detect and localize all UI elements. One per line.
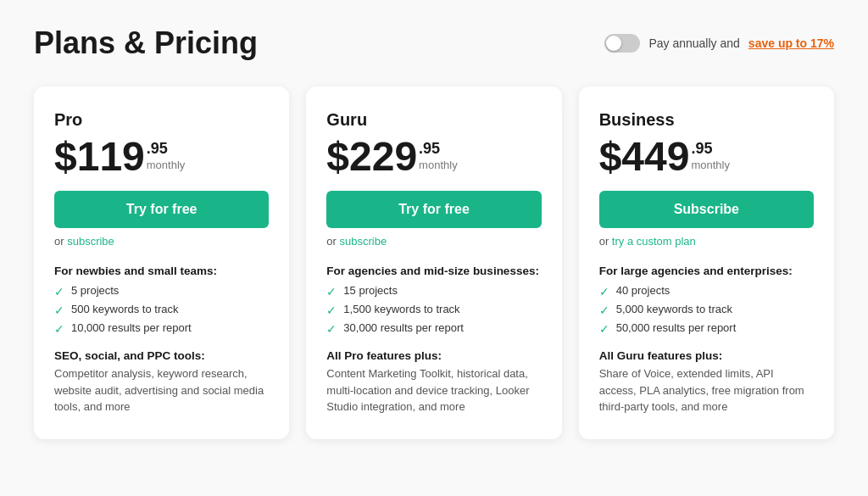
check-icon: ✓ <box>54 322 64 336</box>
check-icon: ✓ <box>326 322 337 336</box>
plan-name-guru: Guru <box>326 110 541 130</box>
feature-item: ✓ 10,000 results per report <box>54 321 269 336</box>
billing-toggle[interactable] <box>604 34 640 53</box>
feature-text: 15 projects <box>343 284 398 297</box>
plan-card-guru: Guru $229 .95 monthly Try for free or su… <box>306 86 561 439</box>
feature-text: 40 projects <box>616 284 670 297</box>
feature-text: 50,000 results per report <box>616 321 737 334</box>
check-icon: ✓ <box>599 285 609 298</box>
tools-label-business: All Guru features plus: <box>599 349 814 362</box>
tools-desc-business: Share of Voice, extended limits, API acc… <box>599 365 814 415</box>
price-cents-business: .95 <box>691 140 730 159</box>
cta-button-business[interactable]: Subscribe <box>599 191 814 228</box>
feature-text: 5,000 keywords to track <box>616 303 732 315</box>
tools-section-guru: All Pro features plus: Content Marketing… <box>326 349 541 415</box>
subscribe-link-area-guru: or subscribe <box>326 235 541 248</box>
feature-text: 500 keywords to track <box>71 303 178 315</box>
check-icon: ✓ <box>326 285 337 298</box>
subscribe-link-area-business: or try a custom plan <box>599 235 814 248</box>
features-label-pro: For newbies and small teams: <box>54 265 269 277</box>
billing-toggle-area: Pay annually and save up to 17% <box>604 34 834 53</box>
subscribe-link-area-pro: or subscribe <box>54 235 269 248</box>
feature-text: 30,000 results per report <box>343 321 464 334</box>
billing-toggle-label: Pay annually and <box>648 36 739 50</box>
feature-item: ✓ 1,500 keywords to track <box>326 303 541 317</box>
feature-item: ✓ 30,000 results per report <box>326 321 541 336</box>
subscribe-link-guru[interactable]: subscribe <box>340 235 387 248</box>
price-row-business: $449 .95 monthly <box>599 137 814 177</box>
price-cents-block-business: .95 monthly <box>691 137 730 171</box>
tools-section-business: All Guru features plus: Share of Voice, … <box>599 349 814 415</box>
check-icon: ✓ <box>599 304 609 317</box>
page-title: Plans & Pricing <box>34 25 258 61</box>
subscribe-link-pro[interactable]: subscribe <box>67 235 114 248</box>
save-text: save up to 17% <box>748 36 834 50</box>
price-main-guru: $229 <box>326 137 417 177</box>
page-header: Plans & Pricing Pay annually and save up… <box>34 25 834 61</box>
features-label-guru: For agencies and mid-size businesses: <box>326 265 541 277</box>
price-cents-block-guru: .95 monthly <box>419 137 458 171</box>
price-main-pro: $119 <box>54 137 145 177</box>
tools-desc-pro: Competitor analysis, keyword research, w… <box>54 365 269 415</box>
feature-item: ✓ 500 keywords to track <box>54 303 269 317</box>
toggle-knob <box>606 36 621 51</box>
feature-item: ✓ 40 projects <box>599 284 814 298</box>
features-section-guru: For agencies and mid-size businesses: ✓ … <box>326 265 541 336</box>
plans-grid: Pro $119 .95 monthly Try for free or sub… <box>34 86 834 439</box>
plan-name-business: Business <box>599 110 814 130</box>
feature-text: 5 projects <box>71 284 119 297</box>
check-icon: ✓ <box>326 304 337 317</box>
price-period-guru: monthly <box>419 159 458 172</box>
check-icon: ✓ <box>599 322 609 336</box>
features-section-pro: For newbies and small teams: ✓ 5 project… <box>54 265 269 336</box>
check-icon: ✓ <box>54 304 64 317</box>
tools-desc-guru: Content Marketing Toolkit, historical da… <box>326 365 541 415</box>
price-period-business: monthly <box>691 159 730 172</box>
plan-card-pro: Pro $119 .95 monthly Try for free or sub… <box>34 86 289 439</box>
feature-item: ✓ 5,000 keywords to track <box>599 303 814 317</box>
price-main-business: $449 <box>599 137 690 177</box>
price-cents-block-pro: .95 monthly <box>147 137 186 171</box>
cta-button-pro[interactable]: Try for free <box>54 191 269 228</box>
features-section-business: For large agencies and enterprises: ✓ 40… <box>599 265 814 336</box>
feature-item: ✓ 15 projects <box>326 284 541 298</box>
plan-name-pro: Pro <box>54 110 269 130</box>
price-cents-pro: .95 <box>147 140 186 159</box>
price-row-guru: $229 .95 monthly <box>326 137 541 177</box>
price-cents-guru: .95 <box>419 140 458 159</box>
subscribe-link-business[interactable]: try a custom plan <box>612 235 696 248</box>
feature-item: ✓ 5 projects <box>54 284 269 298</box>
tools-label-guru: All Pro features plus: <box>326 349 541 362</box>
tools-label-pro: SEO, social, and PPC tools: <box>54 349 269 362</box>
price-row-pro: $119 .95 monthly <box>54 137 269 177</box>
plan-card-business: Business $449 .95 monthly Subscribe or t… <box>579 86 834 439</box>
cta-button-guru[interactable]: Try for free <box>326 191 541 228</box>
features-label-business: For large agencies and enterprises: <box>599 265 814 277</box>
tools-section-pro: SEO, social, and PPC tools: Competitor a… <box>54 349 269 415</box>
feature-item: ✓ 50,000 results per report <box>599 321 814 336</box>
feature-text: 1,500 keywords to track <box>343 303 459 315</box>
check-icon: ✓ <box>54 285 64 298</box>
price-period-pro: monthly <box>147 159 186 172</box>
feature-text: 10,000 results per report <box>71 321 192 334</box>
